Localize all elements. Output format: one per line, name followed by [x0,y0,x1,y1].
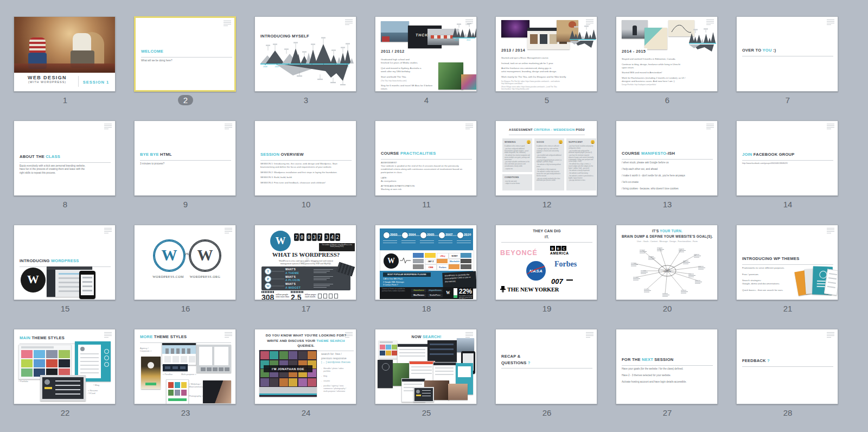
slide-thumbnail-8[interactable]: ABOUT THE CLASSEquip everybody with a ki… [14,120,116,196]
slide-thumbnail-16[interactable]: WWVSWORDPRESS.COMWORDPRESS.ORG [134,225,236,300]
notes-line [586,334,593,334]
slide-number[interactable]: 1 [63,95,67,105]
slide-number[interactable]: 22 [61,408,70,418]
criteria-column: SUFFICENT- you have found, installed and… [566,138,596,190]
slide-number[interactable]: 11 [422,199,431,209]
slide-number[interactable]: 25 [422,408,431,418]
visitor-counter: 70037342 [294,233,353,242]
slide-thumbnail-5[interactable]: 2013 / 2014Started and quit a Music Mana… [495,16,597,92]
slide-thumbnail-14[interactable]: JOIN FACEBOOK GROUPhttp://www.facebook.c… [736,120,838,196]
slide-number[interactable]: 13 [663,199,672,209]
slide-number[interactable]: 18 [422,303,431,314]
slide-thumbnail-23[interactable]: MORE THEME STYLESAgency / Corporate >< P… [134,329,236,404]
title-segment: COURSE [622,151,641,156]
notes-line [827,233,831,233]
slide-number[interactable]: 24 [302,408,311,418]
slide-thumbnail-28[interactable]: FEEDBACK ? [736,329,838,404]
criteria-line: - the website is fully responsive [537,169,562,171]
brand-logo-chip [413,264,424,269]
slide-number[interactable]: 4 [424,95,429,105]
decor-block [279,351,288,359]
slide-thumbnail-26[interactable]: RECAP &QUESTIONS ? [495,329,597,404]
slide-number[interactable]: 20 [663,303,672,314]
title-line: IT. [501,234,592,240]
notes-line [465,127,473,128]
stat-308-label: million people view more than [276,294,289,298]
slide-thumbnail-22[interactable]: MAIN THEME STYLES^ Portfolio^ Blog< Resu… [14,329,116,404]
slide-thumbnail-6[interactable]: 2014 - 2015Stayed and worked 3 months in… [616,16,718,92]
tiny-icon [261,291,263,293]
slide-thumbnail-12[interactable]: ASSESSMENT CRITERIA - WEBDESIGN PSD2WINN… [495,120,597,196]
title-segment: THEY CAN DIG [533,229,561,233]
slide-number[interactable]: 10 [302,199,311,209]
slide-number[interactable]: 6 [665,95,669,105]
slide-number[interactable]: 7 [786,95,790,105]
criteria-column-text: - you have found, installed and properly… [569,145,594,182]
slide-thumbnail-25[interactable]: NOW SEARCH! [375,329,477,404]
decor-block [314,271,330,271]
plugins-header: MOST POPULAR WORDPRESS PLUGINS [383,272,431,277]
slide-number[interactable]: 3 [304,95,308,105]
slide-number[interactable]: 17 [302,303,311,314]
slide-number[interactable]: 8 [63,199,67,209]
slide-title: 2014 - 2015 [622,48,687,55]
title-segment: CLASS [46,154,60,159]
slide-thumbnail-24[interactable]: DO YOU KNOW WHAT YOU'RE LOOKING FOR?WRIT… [254,329,356,404]
slide-number-wrap: 13 [616,199,719,209]
slide-number[interactable]: 2 [178,95,193,105]
title-segment: WORDPRESS [51,258,79,263]
notes-line [827,228,834,228]
decor-block [438,240,452,241]
decor-block [410,361,435,364]
slide-number[interactable]: 26 [542,408,552,418]
slide-number[interactable]: 21 [783,303,793,314]
slide-number[interactable]: 5 [545,95,549,105]
slide-thumbnail-27[interactable]: FOR THE NEXT SESSIONHave your goals (for… [616,329,718,404]
slide-thumbnail-1[interactable]: WEB DESIGN(WITH WORDPRESS)SESSION 1 [14,16,116,92]
notes-line [225,233,229,233]
slide-number[interactable]: 14 [783,199,793,209]
criteria-column-label: WINNING [505,141,529,145]
slide-number[interactable]: 15 [61,303,70,314]
slide-thumbnail-15[interactable]: INTRODUCING WORDPRESSW [14,225,116,300]
slide-thumbnail-3[interactable]: INTRODUCING MYSELF2008200920102011201220… [254,16,356,92]
slide-thumbnail-13[interactable]: COURSE MANIFESTO-ISH/ when stuck, please… [616,120,718,196]
svg-text:2012: 2012 [467,39,471,41]
slide-number[interactable]: 16 [181,303,190,314]
fine-line: Design Portfolio: http://nadiapiet.com/p… [622,84,687,86]
slide-thumbnail-10[interactable]: SESSION OVERVIEWSESSION 1: Introducing m… [254,120,356,196]
title-segment: THEME STYLES [154,334,187,339]
slide-thumbnail-18[interactable]: 20032004200520072010WeBaySONYJAY ZMashab… [375,225,477,300]
decor-block [44,387,52,389]
slide-number[interactable]: 12 [542,199,552,209]
decor-block [430,348,454,350]
slide-number[interactable]: 27 [663,408,672,418]
notes-line [104,334,112,334]
slide-title: COURSE MANIFESTO-ISH [622,150,713,160]
label-blog: ^ Blog [93,384,106,388]
slide-thumbnail-21[interactable]: INTRODUCING WP THEMESFrameworks to serve… [736,225,838,300]
decor-block [414,388,433,401]
criteria-column-text: In addition to the criteria in sufficien… [537,145,562,182]
slide-thumbnail-9[interactable]: BYE BYE HTML3 minutes to process? [134,120,236,196]
tiny-icon [299,291,300,293]
slide-thumbnail-11[interactable]: COURSE PRACTICALITIESASSESSMENT: Your we… [375,120,477,196]
slide-number[interactable]: 9 [183,199,188,209]
slide-thumbnail-17[interactable]: W70037342The number of Websites using Wo… [254,225,356,300]
slide-grid: WEB DESIGN(WITH WORDPRESS)SESSION 11WELC… [0,0,868,418]
criteria-column-label: SUFFICENT [569,141,593,145]
bbc-block: C [561,246,566,251]
slide-thumbnail-2[interactable]: WELCOMEWhat will we be doing here? [134,16,236,92]
slide-cell: ASSESSMENT CRITERIA - WEBDESIGN PSD2WINN… [495,120,598,209]
slide-thumbnail-19[interactable]: THEY CAN DIGIT.BEYONCÉBBCAMERICANASAForb… [495,225,597,300]
slide-number[interactable]: 28 [783,408,793,418]
slide-number[interactable]: 19 [542,303,552,314]
slide-thumbnail-20[interactable]: IT'S YOUR TURN.BRAIN DUMP & DEFINE YOUR … [616,225,718,300]
slide-thumbnail-7[interactable]: OVER TO YOU :) [736,16,838,92]
slide-thumbnail-4[interactable]: THCK!2011 / 2012Graduated high school an… [375,16,477,92]
title-line: NOW SEARCH! [388,334,464,340]
slide-body: 3 minutes to process? [140,162,210,168]
slide-number[interactable]: 23 [181,408,190,418]
title-segment: PSD2 [576,128,585,131]
decor-block [308,378,316,386]
